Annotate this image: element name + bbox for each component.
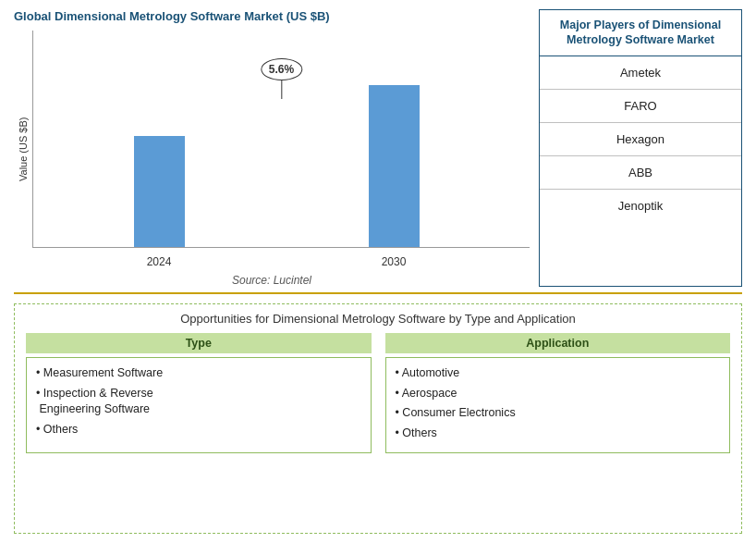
bar-group-2024 (134, 136, 185, 247)
type-item-2: Inspection & Reverse Engineering Softwar… (36, 386, 361, 418)
type-item-1: Measurement Software (36, 365, 361, 382)
x-axis-labels: 2024 2030 (32, 248, 530, 268)
bar-group-2030 (369, 85, 420, 247)
app-item-2: Aerospace (396, 386, 721, 402)
type-header: Type (26, 333, 372, 353)
cagr-bubble: 5.6% (261, 58, 302, 80)
type-item-3: Others (36, 422, 361, 438)
bar-label-2024: 2024 (147, 255, 172, 268)
opp-col-type: Type Measurement Software Inspection & R… (26, 333, 372, 453)
y-axis-label: Value (US $B) (14, 31, 32, 268)
players-panel: Major Players of DimensionalMetrology So… (539, 9, 742, 287)
opp-title: Opportunities for Dimensional Metrology … (26, 312, 730, 326)
bar-2024 (134, 136, 185, 247)
bar-label-2030: 2030 (382, 255, 407, 268)
bars-container: 5.6% (32, 31, 530, 248)
player-jenoptik: Jenoptik (540, 190, 741, 222)
section-divider (14, 292, 742, 294)
players-title: Major Players of DimensionalMetrology So… (540, 10, 741, 56)
app-item-4: Others (396, 426, 721, 442)
opportunities-section: Opportunities for Dimensional Metrology … (14, 303, 742, 534)
cagr-line (281, 80, 282, 99)
cagr-annotation: 5.6% (261, 58, 302, 99)
opp-col-application: Application Automotive Aerospace Consume… (385, 333, 731, 453)
app-item-3: Consumer Electronics (396, 405, 721, 422)
type-body: Measurement Software Inspection & Revers… (26, 357, 372, 453)
application-body: Automotive Aerospace Consumer Electronic… (385, 357, 731, 453)
main-container: Global Dimensional Metrology Software Ma… (0, 0, 756, 543)
player-ametek: Ametek (540, 56, 741, 90)
player-abb: ABB (540, 156, 741, 190)
chart-wrapper: Value (US $B) 5.6% (14, 31, 530, 268)
chart-title: Global Dimensional Metrology Software Ma… (14, 9, 530, 23)
player-faro: FARO (540, 90, 741, 123)
top-section: Global Dimensional Metrology Software Ma… (14, 9, 742, 287)
bar-2030 (369, 85, 420, 247)
opp-columns: Type Measurement Software Inspection & R… (26, 333, 730, 453)
source-text: Source: Lucintel (14, 274, 530, 287)
chart-area: Global Dimensional Metrology Software Ma… (14, 9, 530, 287)
application-header: Application (385, 333, 731, 353)
app-item-1: Automotive (396, 365, 721, 382)
player-hexagon: Hexagon (540, 123, 741, 156)
chart-inner: 5.6% 2024 2030 (32, 31, 530, 268)
